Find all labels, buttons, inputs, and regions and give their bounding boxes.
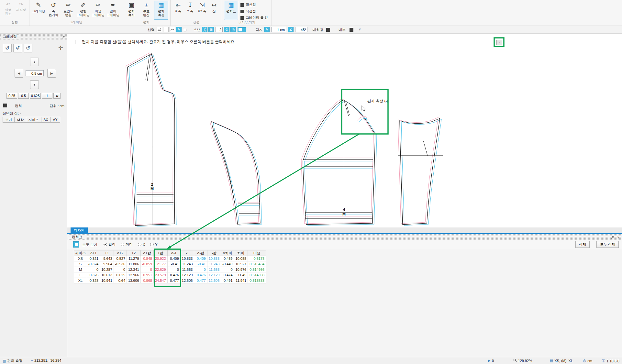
measure-table-button[interactable]: ▦편차 측정 — [154, 1, 168, 20]
select-pen-icon[interactable]: ✎ — [176, 27, 182, 32]
column-header[interactable]: -합 — [207, 250, 221, 256]
tab-ΔX[interactable]: ΔX — [41, 117, 51, 123]
preset-0.25-button[interactable]: 0.25 — [6, 93, 17, 99]
toolbar-overflow-icon[interactable]: ∨ — [359, 28, 361, 31]
radio-거리[interactable]: 거리 — [121, 242, 133, 247]
zoom-control[interactable]: 129.92% — [513, 358, 532, 363]
preset-0.625-button[interactable]: 0.625 — [30, 93, 41, 99]
pattern-piece-1[interactable]: 2 M — [126, 53, 176, 226]
undo-button[interactable]: ↶실행 취소 — [2, 1, 14, 20]
pattern-canvas[interactable]: 편차 자를 측정할 선(들)을 선택하세요. 완료가 된 경우, 마우스 오른쪽… — [67, 34, 622, 227]
select-image-icon[interactable] — [157, 27, 162, 32]
column-header[interactable]: 사이즈 — [74, 250, 87, 256]
rotate-x-button[interactable]: ↺X — [13, 44, 22, 52]
column-header[interactable]: 차이 — [234, 250, 248, 256]
value-cell: -0.439 — [221, 256, 234, 261]
inner-checkbox[interactable] — [350, 28, 353, 32]
size-range-indicator[interactable]: ▤XS, (M), XL — [550, 358, 573, 363]
table-row[interactable]: XL0.32810.9410.6413.6060.96824.5470.4771… — [74, 278, 266, 283]
view-option-item[interactable]: 그레이딩 룰 값 — [240, 16, 268, 20]
view-all-toggle[interactable] — [73, 241, 79, 248]
column-header[interactable]: Δ-1 — [167, 250, 180, 256]
point-convert-button[interactable]: ✏포인트 변환 — [61, 1, 75, 20]
snap-grid-icon[interactable]: ⊞ — [208, 27, 214, 32]
nudge-up-button[interactable]: ▲ — [30, 58, 39, 66]
snap-count-input[interactable] — [216, 27, 223, 32]
collapse-message-button[interactable]: - — [496, 40, 502, 45]
select-blank-icon[interactable] — [163, 27, 169, 32]
pin-icon[interactable] — [62, 35, 65, 40]
align-y-button[interactable]: ↧Y 축 — [184, 1, 196, 20]
tab-보기[interactable]: 보기 — [3, 117, 15, 123]
column-header[interactable]: 비율 — [248, 250, 266, 256]
column-header[interactable]: +합 — [153, 250, 167, 256]
tab-ΔY[interactable]: ΔY — [50, 117, 60, 123]
grid-pen-icon[interactable]: ✎ — [264, 27, 270, 32]
delete-all-button[interactable]: 모두 삭제 — [596, 241, 619, 248]
redo-button[interactable]: ↷재실행 — [15, 1, 27, 20]
unit-indicator[interactable]: ◎cm — [583, 358, 592, 363]
pattern-piece-4[interactable] — [398, 117, 443, 226]
column-header[interactable]: +2 — [127, 250, 141, 256]
dialog-checkbox[interactable] — [326, 28, 330, 32]
column-header[interactable]: Δ-합 — [194, 250, 207, 256]
column-header[interactable]: Δ+합 — [140, 250, 153, 256]
table-row[interactable]: S-0.3249.964-0.53611.806-0.85921.77-0.41… — [74, 261, 266, 267]
copy-button[interactable]: ▣편차 복사 — [124, 1, 139, 20]
pattern-piece-3[interactable]: 4 M — [301, 99, 377, 226]
align-xy-button[interactable]: ⇲XY 축 — [196, 1, 208, 20]
nudge-step-input[interactable] — [26, 70, 44, 76]
snap-toggle[interactable] — [238, 27, 246, 32]
table-button[interactable]: ▦편차표 — [224, 1, 238, 20]
tab-색상[interactable]: 색상 — [14, 117, 26, 123]
rotate-y-button[interactable]: ↺Y — [24, 44, 32, 52]
column-header[interactable]: Δ+1 — [87, 250, 100, 256]
grid-spacing-input[interactable] — [271, 27, 286, 32]
column-header[interactable]: +1 — [100, 250, 114, 256]
tab-design[interactable]: 디자인 — [71, 227, 88, 233]
preset-0.5-button[interactable]: 0.5 — [18, 93, 29, 99]
select-curve-icon[interactable] — [170, 27, 175, 32]
settings-gear-button[interactable]: ⚙ — [53, 93, 61, 99]
snap-center-icon[interactable]: ◎ — [230, 27, 236, 32]
delete-button[interactable]: 삭제 — [575, 241, 590, 248]
sign-invert-button[interactable]: ±부호 반전 — [139, 1, 153, 20]
snap-point-icon[interactable]: ⊙ — [224, 27, 229, 32]
value-cell: 0.968 — [140, 278, 153, 283]
select-point-size-icon[interactable] — [184, 29, 186, 31]
nudge-left-button[interactable]: ◀ — [15, 69, 23, 78]
grading-panel-header[interactable]: 그레이딩 — [0, 34, 67, 39]
radio-길이[interactable]: 길이 — [104, 242, 116, 247]
view-option-item[interactable]: 직선점 — [240, 9, 268, 14]
column-header[interactable]: Δ+2 — [114, 250, 127, 256]
grid-angle-icon[interactable]: ∠ — [288, 27, 294, 32]
grid-angle-input[interactable] — [295, 27, 307, 32]
radio-Y[interactable]: Y — [150, 242, 157, 247]
table-row[interactable]: M010.287012.341022.629011.653011.653010.… — [74, 267, 266, 272]
length-grading-button[interactable]: ✒길이 그레이딩 — [106, 1, 120, 20]
axis-reset-button[interactable]: ↺축 초기화 — [46, 1, 61, 20]
preset-1-button[interactable]: 1 — [42, 93, 52, 99]
column-header[interactable]: -1 — [180, 250, 194, 256]
snap-intersection-icon[interactable]: ╳ — [202, 27, 207, 32]
move-origin-icon[interactable]: ✛ — [58, 44, 63, 51]
pattern-piece-2[interactable] — [210, 121, 262, 225]
grading-pen-button[interactable]: ✎그레이딩 — [31, 1, 46, 20]
table-row[interactable]: XS-0.3219.643-0.52711.279-0.84820.922-0.… — [74, 256, 266, 261]
column-header[interactable]: Δ차이 — [221, 250, 234, 256]
deviation-color-swatch[interactable] — [3, 104, 7, 107]
align-line-button[interactable]: ↢선 — [208, 1, 220, 20]
deviation-table-panel-header[interactable]: 편차표 ∨ — [67, 234, 622, 240]
table-row[interactable]: L0.32610.6130.62512.9660.95123.5790.4761… — [74, 272, 266, 278]
parallel-grading-button[interactable]: ✐평행 그레이딩 — [76, 1, 90, 20]
view-option-item[interactable]: 곡선점 — [240, 3, 268, 7]
radio-X[interactable]: X — [138, 242, 145, 247]
align-x-button[interactable]: ⇤X 축 — [172, 1, 184, 20]
nudge-down-button[interactable]: ▼ — [30, 80, 39, 89]
tab-사이즈[interactable]: 사이즈 — [26, 117, 41, 123]
rotate-xy-button[interactable]: ↺XY — [3, 44, 12, 52]
nudge-right-button[interactable]: ▶ — [47, 69, 56, 78]
message-counter[interactable]: ▶0 — [488, 358, 494, 363]
ratio-grading-button[interactable]: ✑비율 그레이딩 — [91, 1, 105, 20]
value-cell: 10.833 — [180, 256, 194, 261]
